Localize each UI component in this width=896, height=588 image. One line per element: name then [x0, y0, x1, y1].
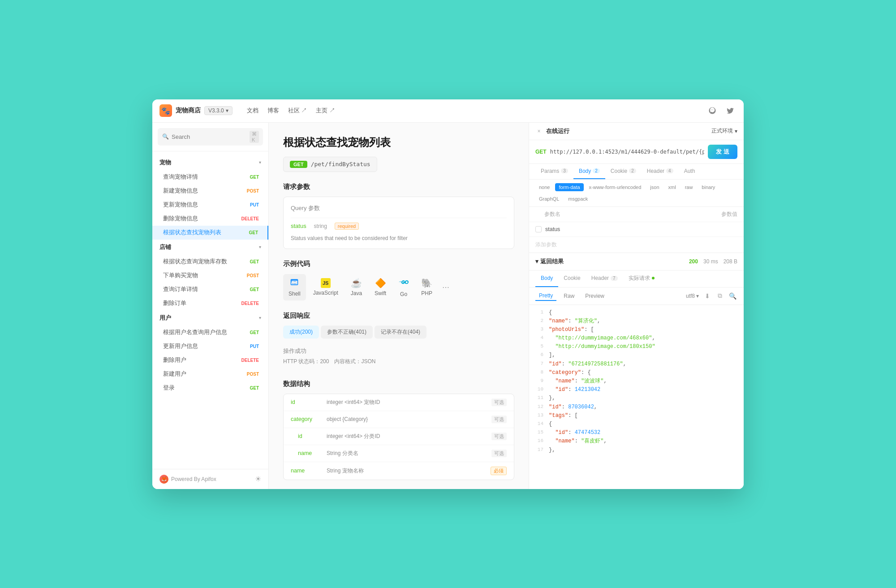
- fmt-raw[interactable]: raw: [681, 183, 697, 191]
- resp-tab-actual-request[interactable]: 实际请求: [623, 270, 660, 287]
- java-icon: ☕: [351, 278, 362, 288]
- twitter-icon[interactable]: [724, 104, 737, 117]
- version-text: V3.3.0: [208, 107, 224, 114]
- params-title: 请求参数: [283, 183, 514, 191]
- version-selector[interactable]: V3.3.0 ▾: [204, 106, 233, 115]
- close-button[interactable]: ×: [535, 128, 543, 135]
- app-container: 🐾 宠物商店 V3.3.0 ▾ 文档 博客 社区 ↗ 主页 ↗: [152, 99, 744, 489]
- settings-icon[interactable]: ☀: [255, 475, 261, 483]
- copy-button[interactable]: ⧉: [715, 291, 725, 301]
- body-format-tabs: none form-data x-www-form-urlencoded jso…: [529, 180, 744, 207]
- tab-body[interactable]: Body 2: [573, 164, 605, 179]
- sidebar-item-user-query[interactable]: 根据用户名查询用户信息 GET: [152, 326, 268, 339]
- req-header-left: × 在线运行: [535, 127, 569, 135]
- tab-go[interactable]: Go: [393, 274, 414, 301]
- fmt-json[interactable]: json: [646, 183, 663, 191]
- wechat-icon[interactable]: [706, 104, 719, 117]
- tab-params[interactable]: Params 3: [535, 164, 573, 179]
- resp-tab-404[interactable]: 记录不存在(404): [375, 326, 426, 339]
- view-preview[interactable]: Preview: [582, 292, 608, 300]
- tab-cookie[interactable]: Cookie 2: [605, 164, 642, 179]
- fmt-form-data[interactable]: form-data: [555, 183, 583, 191]
- sidebar-item-pet-delete[interactable]: 删除宠物信息 DELETE: [152, 212, 268, 226]
- ds-title: 数据结构: [283, 380, 514, 388]
- response-size: 208 B: [724, 258, 737, 265]
- resp-tab-body[interactable]: Body: [535, 270, 558, 287]
- tab-shell[interactable]: Shell: [283, 274, 306, 300]
- fmt-graphql[interactable]: GraphQL: [535, 195, 563, 203]
- nav-docs[interactable]: 文档: [247, 107, 258, 115]
- resp-status: HTTP 状态码：200 内容格式：JSON: [283, 358, 514, 365]
- env-selector[interactable]: 正式环境 ▾: [711, 127, 737, 135]
- req-panel-header: × 在线运行 正式环境 ▾: [529, 123, 744, 140]
- sidebar-item-pet-detail[interactable]: 查询宠物详情 GET: [152, 170, 268, 184]
- php-label: PHP: [421, 290, 432, 296]
- sidebar-item-store-inventory[interactable]: 根据状态查询宠物库存数 GET: [152, 255, 268, 269]
- collapse-icon[interactable]: ▾: [535, 258, 538, 265]
- page-title: 根据状态查找宠物列表: [283, 135, 514, 150]
- ds-row-id: id integer <int64> 宠物ID 可选: [284, 394, 514, 411]
- search-button[interactable]: 🔍: [728, 291, 737, 301]
- chevron-down-icon: ▾: [259, 160, 261, 165]
- resp-panel-header: ▾ 返回结果 200 30 ms 208 B: [529, 253, 744, 270]
- sidebar-item-pet-find[interactable]: 根据状态查找宠物列表 GET: [152, 226, 268, 240]
- method-tag: GET: [290, 161, 307, 168]
- request-tabs: Params 3 Body 2 Cookie 2 Header 4 Auth: [529, 164, 744, 180]
- header-right: [706, 104, 737, 117]
- resp-tab-401[interactable]: 参数不正确(401): [321, 326, 373, 339]
- request-method: GET: [535, 149, 547, 155]
- fmt-none[interactable]: none: [535, 183, 553, 191]
- section-label-pets: 宠物: [159, 159, 171, 167]
- fmt-binary[interactable]: binary: [698, 183, 719, 191]
- request-panel: × 在线运行 正式环境 ▾ GET 发 送 Params 3: [529, 123, 744, 253]
- nav-home[interactable]: 主页 ↗: [316, 107, 335, 115]
- sidebar-item-user-update[interactable]: 更新用户信息 PUT: [152, 339, 268, 353]
- code-section: 示例代码 Shell JS JavaScript ☕ Java: [283, 260, 514, 301]
- sidebar-item-user-new[interactable]: 新建用户 POST: [152, 367, 268, 381]
- sidebar-item-store-order-detail[interactable]: 查询订单详情 GET: [152, 283, 268, 296]
- url-input[interactable]: [550, 149, 705, 155]
- resp-tab-200[interactable]: 成功(200): [283, 326, 319, 339]
- section-header-user[interactable]: 用户 ▾: [152, 310, 268, 326]
- tab-swift[interactable]: 🔶 Swift: [369, 274, 392, 300]
- go-icon: [399, 277, 409, 289]
- section-header-pets[interactable]: 宠物 ▾: [152, 155, 268, 170]
- download-button[interactable]: ⬇: [702, 291, 712, 301]
- search-input-wrap[interactable]: 🔍 ⌘ K: [158, 128, 263, 146]
- sidebar-item-pet-new[interactable]: 新建宠物信息 POST: [152, 184, 268, 198]
- resp-tab-cookie[interactable]: Cookie: [558, 270, 586, 287]
- section-header-store[interactable]: 店铺 ▾: [152, 240, 268, 255]
- sidebar-item-store-order-delete[interactable]: 删除订单 DELETE: [152, 296, 268, 310]
- live-dot: [652, 277, 655, 279]
- json-viewer: 1{ 2"name": "算济化", 3"photoUrls": [ 4 "ht…: [529, 305, 744, 489]
- param-name: status: [291, 223, 306, 229]
- nav-blog[interactable]: 博客: [267, 107, 279, 115]
- code-tabs: Shell JS JavaScript ☕ Java 🔶 Swift: [283, 274, 514, 301]
- header: 🐾 宠物商店 V3.3.0 ▾ 文档 博客 社区 ↗ 主页 ↗: [152, 99, 744, 123]
- param-checkbox[interactable]: [535, 226, 542, 232]
- sidebar-item-user-login[interactable]: 登录 GET: [152, 381, 268, 395]
- sidebar-item-store-order[interactable]: 下单购买宠物 POST: [152, 269, 268, 283]
- javascript-label: JavaScript: [313, 290, 338, 296]
- tab-auth[interactable]: Auth: [679, 164, 701, 179]
- add-param-row[interactable]: 添加参数: [529, 237, 744, 253]
- tab-header[interactable]: Header 4: [642, 164, 679, 179]
- search-input[interactable]: [172, 133, 247, 140]
- nav-community[interactable]: 社区 ↗: [288, 107, 307, 115]
- send-button[interactable]: 发 送: [708, 145, 737, 159]
- chevron-down-icon: ▾: [259, 245, 261, 249]
- nav-links: 文档 博客 社区 ↗ 主页 ↗: [247, 107, 335, 115]
- encoding-select[interactable]: utf8 ▾: [686, 293, 699, 299]
- more-tabs-button[interactable]: ⋯: [439, 281, 452, 293]
- sidebar-item-pet-update[interactable]: 更新宠物信息 PUT: [152, 198, 268, 212]
- resp-tab-header[interactable]: Header 7: [586, 270, 623, 287]
- tab-javascript[interactable]: JS JavaScript: [308, 275, 344, 300]
- view-raw[interactable]: Raw: [560, 292, 578, 300]
- fmt-urlencoded[interactable]: x-www-form-urlencoded: [586, 183, 645, 191]
- fmt-msgpack[interactable]: msgpack: [564, 195, 591, 203]
- fmt-xml[interactable]: xml: [665, 183, 680, 191]
- view-pretty[interactable]: Pretty: [535, 291, 556, 301]
- tab-php[interactable]: 🐘 PHP: [416, 274, 438, 300]
- sidebar-item-user-delete[interactable]: 删除用户 DELETE: [152, 353, 268, 367]
- tab-java[interactable]: ☕ Java: [345, 274, 367, 300]
